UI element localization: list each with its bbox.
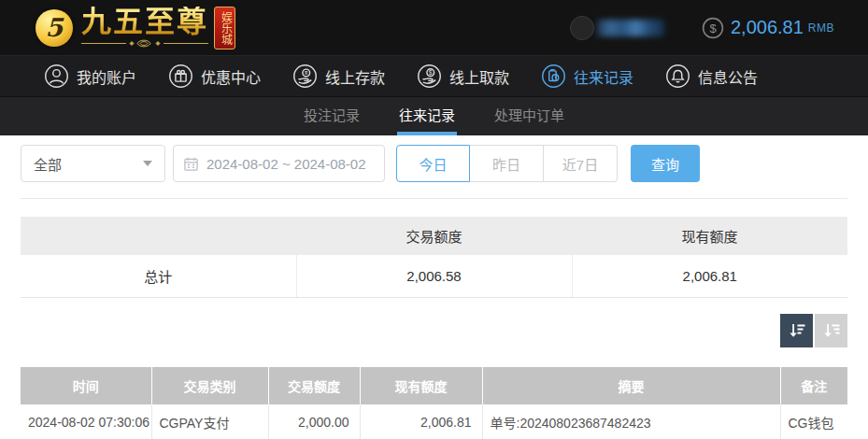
sub-tabs: 投注记录 往来记录 处理中订单 <box>0 97 868 135</box>
nav-label: 线上存款 <box>325 65 385 88</box>
nav-item-deposit[interactable]: 线上存款 <box>291 64 387 89</box>
records-icon <box>541 64 566 89</box>
svg-text:$: $ <box>429 69 433 76</box>
logo-flourish-icon <box>79 38 210 49</box>
filter-bar: 全部 2024-08-02 ~ 2024-08-02 今日 昨日 近7日 查询 <box>21 145 847 182</box>
yesterday-button[interactable]: 昨日 <box>470 145 544 182</box>
summary-header-current-amount: 现有额度 <box>572 217 847 255</box>
app-header: 5 九五至尊 娱乐城 $ <box>0 0 868 56</box>
main-nav: 我的账户 优惠中心 <box>0 56 868 97</box>
nav-label: 优惠中心 <box>201 65 261 88</box>
col-type: 交易类别 <box>151 367 268 404</box>
cell-current-amount: 2,006.81 <box>360 404 482 439</box>
nav-item-withdraw[interactable]: $ 线上取款 <box>415 64 511 89</box>
balance-currency: RMB <box>808 21 834 35</box>
cell-remark: CG钱包 <box>780 404 847 439</box>
tab-betting-records[interactable]: 投注记录 <box>302 97 362 135</box>
last7days-button[interactable]: 近7日 <box>544 145 618 182</box>
nav-label: 往来记录 <box>574 65 633 88</box>
col-current-amount: 现有额度 <box>360 367 482 404</box>
chevron-down-icon <box>143 161 152 166</box>
balance-amount: 2,006.81 <box>731 17 804 38</box>
svg-text:$: $ <box>709 21 717 35</box>
nav-item-announcements[interactable]: 信息公告 <box>663 64 760 89</box>
summary-header-blank <box>21 217 296 255</box>
calendar-icon <box>183 156 199 172</box>
today-button[interactable]: 今日 <box>396 145 470 182</box>
cell-transaction-amount: 2,000.00 <box>268 404 360 439</box>
records-table: 时间 交易类别 交易额度 现有额度 摘要 备注 2024-08-02 07:30… <box>21 367 847 439</box>
col-remark: 备注 <box>780 367 847 404</box>
sort-controls <box>21 314 847 347</box>
tab-transaction-records[interactable]: 往来记录 <box>397 97 457 135</box>
type-select[interactable]: 全部 <box>21 145 165 182</box>
sort-descending-icon <box>787 320 806 340</box>
sort-ascending-icon <box>821 320 841 340</box>
quick-range-group: 今日 昨日 近7日 <box>396 145 618 182</box>
cell-summary: 单号:202408023687482423 <box>482 404 780 439</box>
brand-name: 九五至尊 <box>81 7 208 38</box>
nav-item-promotions[interactable]: 优惠中心 <box>166 64 263 89</box>
tab-processing-orders[interactable]: 处理中订单 <box>492 97 566 135</box>
section-divider <box>21 198 847 199</box>
table-row: 2024-08-02 07:30:06 CGPAY支付 2,000.00 2,0… <box>21 404 847 439</box>
summary-table: 交易额度 现有额度 总计 2,006.58 2,006.81 <box>21 217 847 298</box>
logo-badge: 娱乐城 <box>214 7 235 50</box>
summary-header-row: 交易额度 现有额度 <box>21 217 847 255</box>
cell-type: CGPAY支付 <box>151 404 268 439</box>
username-redacted <box>597 20 664 36</box>
nav-item-transactions[interactable]: 往来记录 <box>539 64 635 89</box>
summary-total-row: 总计 2,006.58 2,006.81 <box>21 255 847 297</box>
col-summary: 摘要 <box>482 367 780 404</box>
transaction-records-page: 5 九五至尊 娱乐城 $ <box>0 0 868 439</box>
content-area: 全部 2024-08-02 ~ 2024-08-02 今日 昨日 近7日 查询 <box>0 145 868 439</box>
type-select-value: 全部 <box>34 154 62 174</box>
nav-label: 线上取款 <box>449 65 509 88</box>
records-header-row: 时间 交易类别 交易额度 现有额度 摘要 备注 <box>21 367 847 404</box>
summary-transaction-amount: 2,006.58 <box>296 255 572 297</box>
summary-header-transaction-amount: 交易额度 <box>296 217 572 255</box>
withdraw-icon: $ <box>417 64 442 89</box>
sort-ascending-button[interactable] <box>815 314 847 347</box>
logo-monogram: 5 <box>46 15 64 40</box>
site-logo[interactable]: 5 九五至尊 娱乐城 <box>36 7 235 50</box>
col-time: 时间 <box>21 367 151 404</box>
gift-icon <box>168 64 193 89</box>
sort-descending-button[interactable] <box>780 314 813 347</box>
user-icon <box>44 64 69 89</box>
query-button[interactable]: 查询 <box>631 145 700 182</box>
summary-current-amount: 2,006.81 <box>572 255 847 297</box>
avatar <box>570 16 594 40</box>
bell-icon <box>665 64 690 89</box>
cell-time: 2024-08-02 07:30:06 <box>21 404 151 439</box>
date-range-input[interactable]: 2024-08-02 ~ 2024-08-02 <box>173 145 385 182</box>
dollar-coin-icon: $ <box>702 17 724 39</box>
nav-label: 我的账户 <box>77 65 136 88</box>
nav-label: 信息公告 <box>698 65 758 88</box>
col-transaction-amount: 交易额度 <box>268 367 360 404</box>
nav-item-my-account[interactable]: 我的账户 <box>42 64 138 89</box>
account-area: $ 2,006.81 RMB <box>570 16 834 40</box>
summary-total-label: 总计 <box>21 255 296 297</box>
date-range-value: 2024-08-02 ~ 2024-08-02 <box>206 156 366 172</box>
deposit-icon <box>292 64 318 89</box>
logo-95-icon: 5 <box>36 9 73 47</box>
